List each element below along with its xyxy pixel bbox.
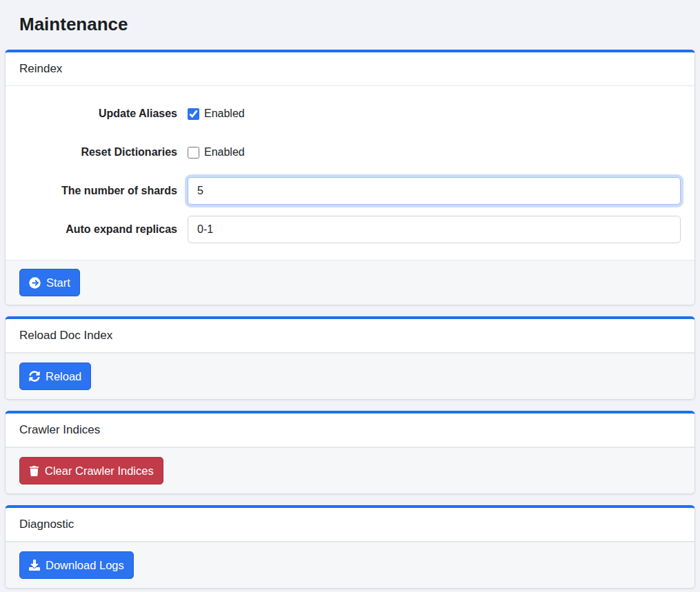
clear-crawler-indices-button[interactable]: Clear Crawler Indices	[19, 457, 163, 484]
auto-expand-replicas-row: Auto expand replicas	[19, 216, 681, 243]
update-aliases-checkbox[interactable]	[188, 108, 199, 120]
number-of-shards-label: The number of shards	[19, 185, 177, 197]
diagnostic-card: Diagnostic Download Logs	[5, 505, 695, 589]
reload-button-label: Reload	[46, 370, 81, 383]
number-of-shards-input[interactable]	[188, 177, 681, 205]
reset-dictionaries-checkbox[interactable]	[188, 147, 199, 159]
start-button-label: Start	[46, 276, 70, 289]
reindex-card-title: Reindex	[6, 52, 694, 86]
sync-icon	[29, 371, 40, 382]
crawler-indices-card-footer: Clear Crawler Indices	[6, 447, 694, 493]
reload-doc-index-card: Reload Doc Index Reload	[5, 316, 695, 400]
diagnostic-card-footer: Download Logs	[6, 542, 694, 588]
main-content: Reindex Update Aliases Enabled Reset Dic…	[0, 50, 700, 589]
clear-crawler-indices-button-label: Clear Crawler Indices	[45, 465, 154, 478]
reindex-form: Update Aliases Enabled Reset Dictionarie…	[6, 86, 694, 260]
auto-expand-replicas-label: Auto expand replicas	[19, 223, 177, 236]
update-aliases-checkbox-group[interactable]: Enabled	[188, 108, 245, 120]
download-logs-button-label: Download Logs	[46, 559, 124, 572]
reload-button[interactable]: Reload	[19, 363, 91, 390]
crawler-indices-card-title: Crawler Indices	[6, 414, 694, 447]
download-icon	[29, 560, 40, 571]
start-button[interactable]: Start	[19, 269, 80, 296]
trash-icon	[29, 466, 39, 476]
update-aliases-label: Update Aliases	[19, 108, 177, 120]
reindex-card-footer: Start	[6, 260, 694, 305]
arrow-circle-right-icon	[29, 277, 41, 289]
reset-dictionaries-checkbox-group[interactable]: Enabled	[188, 146, 245, 159]
reset-dictionaries-row: Reset Dictionaries Enabled	[19, 139, 681, 166]
crawler-indices-card: Crawler Indices Clear Crawler Indices	[5, 411, 695, 494]
update-aliases-row: Update Aliases Enabled	[19, 100, 681, 127]
auto-expand-replicas-input[interactable]	[188, 216, 681, 243]
page-title: Maintenance	[0, 0, 700, 37]
diagnostic-card-title: Diagnostic	[6, 508, 694, 542]
update-aliases-checkbox-label: Enabled	[204, 108, 245, 120]
reset-dictionaries-label: Reset Dictionaries	[19, 146, 177, 159]
number-of-shards-row: The number of shards	[19, 177, 681, 205]
reset-dictionaries-checkbox-label: Enabled	[204, 146, 245, 159]
reload-doc-index-card-footer: Reload	[6, 353, 694, 399]
download-logs-button[interactable]: Download Logs	[19, 551, 134, 579]
reload-doc-index-card-title: Reload Doc Index	[6, 319, 694, 353]
reindex-card: Reindex Update Aliases Enabled Reset Dic…	[5, 50, 695, 305]
